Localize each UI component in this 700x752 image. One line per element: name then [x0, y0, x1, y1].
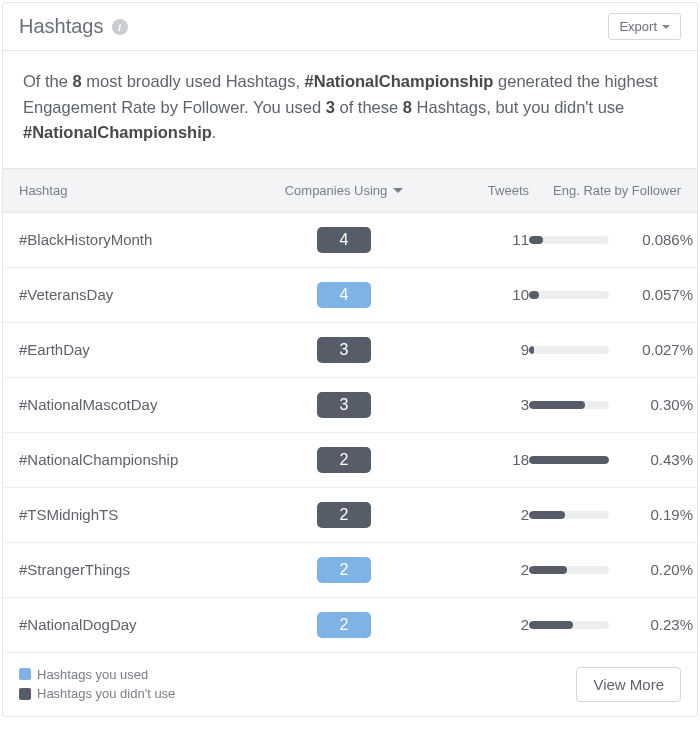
eng-value: 0.027%: [623, 341, 693, 358]
companies-badge: 3: [317, 337, 371, 363]
eng-bar-track: [529, 456, 609, 464]
hashtag-cell: #TSMidnighTS: [19, 506, 269, 523]
eng-bar-fill: [529, 566, 567, 574]
hashtag-cell: #StrangerThings: [19, 561, 269, 578]
summary-part: most broadly used Hashtags,: [82, 72, 305, 90]
table-row[interactable]: #NationalDogDay220.23%: [3, 598, 697, 653]
table-row[interactable]: #NationalChampionship2180.43%: [3, 433, 697, 488]
hashtag-cell: #NationalDogDay: [19, 616, 269, 633]
eng-bar-track: [529, 236, 609, 244]
summary-total2: 8: [403, 98, 412, 116]
table-row[interactable]: #VeteransDay4100.057%: [3, 268, 697, 323]
tweets-cell: 2: [419, 561, 529, 578]
eng-cell: 0.086%: [529, 231, 693, 248]
tweets-cell: 2: [419, 506, 529, 523]
hashtag-cell: #NationalChampionship: [19, 451, 269, 468]
tweets-cell: 3: [419, 396, 529, 413]
eng-bar-fill: [529, 621, 573, 629]
col-companies-label: Companies Using: [285, 183, 388, 198]
legend: Hashtags you used Hashtags you didn't us…: [19, 665, 175, 704]
tweets-cell: 11: [419, 231, 529, 248]
eng-bar-fill: [529, 291, 539, 299]
col-hashtag[interactable]: Hashtag: [19, 183, 269, 198]
eng-value: 0.30%: [623, 396, 693, 413]
companies-badge: 3: [317, 392, 371, 418]
table-body: #BlackHistoryMonth4110.086%#VeteransDay4…: [3, 213, 697, 653]
eng-bar-track: [529, 566, 609, 574]
companies-badge: 2: [317, 447, 371, 473]
table-row[interactable]: #EarthDay390.027%: [3, 323, 697, 378]
card-header: Hashtags i Export: [3, 3, 697, 51]
table-row[interactable]: #StrangerThings220.20%: [3, 543, 697, 598]
tweets-cell: 18: [419, 451, 529, 468]
tweets-cell: 10: [419, 286, 529, 303]
eng-value: 0.057%: [623, 286, 693, 303]
eng-bar-track: [529, 401, 609, 409]
table-header: Hashtag Companies Using Tweets Eng. Rate…: [3, 168, 697, 213]
companies-cell: 2: [269, 502, 419, 528]
summary-part: Hashtags, but you didn't use: [412, 98, 624, 116]
table-row[interactable]: #NationalMascotDay330.30%: [3, 378, 697, 433]
summary-part: of these: [335, 98, 403, 116]
eng-cell: 0.057%: [529, 286, 693, 303]
table-row[interactable]: #TSMidnighTS220.19%: [3, 488, 697, 543]
eng-cell: 0.20%: [529, 561, 693, 578]
eng-value: 0.20%: [623, 561, 693, 578]
summary-text: Of the 8 most broadly used Hashtags, #Na…: [3, 51, 697, 168]
eng-cell: 0.43%: [529, 451, 693, 468]
summary-total: 8: [73, 72, 82, 90]
eng-bar-track: [529, 511, 609, 519]
sort-desc-icon: [393, 188, 403, 193]
companies-cell: 2: [269, 557, 419, 583]
page-title: Hashtags: [19, 15, 104, 38]
hashtag-cell: #VeteransDay: [19, 286, 269, 303]
companies-cell: 3: [269, 392, 419, 418]
eng-value: 0.19%: [623, 506, 693, 523]
eng-cell: 0.19%: [529, 506, 693, 523]
table-row[interactable]: #BlackHistoryMonth4110.086%: [3, 213, 697, 268]
eng-cell: 0.30%: [529, 396, 693, 413]
summary-top-hashtag2: #NationalChampionship: [23, 123, 212, 141]
summary-used: 3: [326, 98, 335, 116]
col-companies[interactable]: Companies Using: [269, 183, 419, 198]
legend-swatch-not-used: [19, 688, 31, 700]
eng-bar-track: [529, 291, 609, 299]
export-label: Export: [619, 19, 657, 34]
chevron-down-icon: [662, 25, 670, 29]
summary-part: Of the: [23, 72, 73, 90]
legend-used: Hashtags you used: [19, 665, 175, 685]
companies-badge: 2: [317, 557, 371, 583]
summary-top-hashtag: #NationalChampionship: [305, 72, 494, 90]
col-eng[interactable]: Eng. Rate by Follower: [529, 183, 681, 198]
info-icon[interactable]: i: [112, 19, 128, 35]
export-button[interactable]: Export: [608, 13, 681, 40]
view-more-button[interactable]: View More: [576, 667, 681, 702]
col-tweets[interactable]: Tweets: [419, 183, 529, 198]
hashtag-cell: #BlackHistoryMonth: [19, 231, 269, 248]
companies-cell: 3: [269, 337, 419, 363]
companies-cell: 2: [269, 612, 419, 638]
companies-badge: 4: [317, 227, 371, 253]
companies-cell: 4: [269, 227, 419, 253]
companies-badge: 2: [317, 502, 371, 528]
eng-bar-fill: [529, 511, 565, 519]
hashtag-cell: #NationalMascotDay: [19, 396, 269, 413]
companies-badge: 4: [317, 282, 371, 308]
eng-bar-fill: [529, 236, 543, 244]
summary-part: .: [212, 123, 217, 141]
eng-value: 0.23%: [623, 616, 693, 633]
eng-bar-fill: [529, 401, 585, 409]
eng-value: 0.43%: [623, 451, 693, 468]
eng-bar-track: [529, 621, 609, 629]
eng-bar-fill: [529, 456, 609, 464]
tweets-cell: 9: [419, 341, 529, 358]
companies-badge: 2: [317, 612, 371, 638]
companies-cell: 2: [269, 447, 419, 473]
eng-cell: 0.027%: [529, 341, 693, 358]
eng-value: 0.086%: [623, 231, 693, 248]
title-wrap: Hashtags i: [19, 15, 128, 38]
legend-not-used: Hashtags you didn't use: [19, 684, 175, 704]
legend-used-label: Hashtags you used: [37, 665, 148, 685]
card-footer: Hashtags you used Hashtags you didn't us…: [3, 653, 697, 716]
hashtag-cell: #EarthDay: [19, 341, 269, 358]
